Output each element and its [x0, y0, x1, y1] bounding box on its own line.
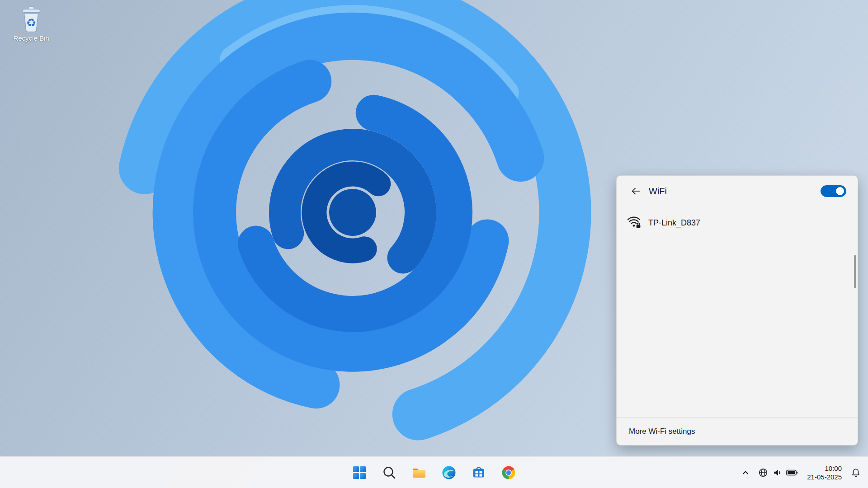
wifi-panel-footer: More Wi-Fi settings	[617, 417, 858, 445]
wifi-network-name: TP-Link_D837	[648, 218, 700, 228]
bell-icon	[851, 468, 861, 478]
chrome-icon	[501, 465, 516, 480]
edge-button[interactable]	[438, 462, 460, 483]
file-explorer-icon	[411, 465, 427, 480]
tray-overflow-button[interactable]	[738, 463, 753, 483]
taskbar: 10:00 21-05-2025	[0, 456, 868, 488]
recycle-bin-label: Recycle Bin	[13, 34, 49, 42]
speaker-icon	[772, 468, 782, 478]
wifi-toggle-knob	[836, 187, 844, 195]
microsoft-store-button[interactable]	[468, 462, 490, 483]
wifi-panel-header: WiFi	[617, 176, 858, 206]
wifi-panel-title: WiFi	[649, 186, 667, 197]
search-button[interactable]	[378, 462, 400, 483]
more-wifi-settings-link[interactable]: More Wi-Fi settings	[629, 427, 695, 436]
recycle-bin-shortcut[interactable]: ♻ Recycle Bin	[6, 6, 56, 42]
start-icon	[352, 465, 367, 480]
search-icon	[382, 465, 397, 480]
recycle-bin-icon: ♻	[19, 6, 43, 33]
back-arrow-icon	[631, 186, 641, 196]
wifi-secured-icon	[627, 216, 642, 230]
microsoft-store-icon	[471, 465, 486, 480]
start-button[interactable]	[349, 462, 370, 483]
chrome-button[interactable]	[498, 462, 519, 483]
wifi-flyout-panel: WiFi TP-Link_D837 More Wi-Fi settings	[616, 175, 858, 446]
svg-text:♻: ♻	[26, 16, 36, 29]
wifi-toggle[interactable]	[821, 185, 846, 197]
taskbar-center-icons	[349, 457, 519, 488]
tray-date: 21-05-2025	[807, 473, 842, 481]
globe-network-icon	[758, 468, 768, 478]
back-button[interactable]	[628, 183, 643, 199]
file-explorer-button[interactable]	[408, 462, 430, 483]
wifi-network-item[interactable]: TP-Link_D837	[622, 212, 849, 234]
edge-icon	[441, 465, 457, 480]
panel-scrollbar[interactable]	[854, 255, 856, 288]
clock-button[interactable]: 10:00 21-05-2025	[803, 463, 845, 483]
notifications-button[interactable]	[848, 463, 863, 483]
battery-icon	[786, 468, 798, 478]
quick-settings-button[interactable]	[755, 463, 801, 483]
taskbar-system-tray: 10:00 21-05-2025	[738, 457, 863, 488]
tray-time: 10:00	[807, 464, 842, 473]
chevron-up-icon	[741, 468, 750, 477]
